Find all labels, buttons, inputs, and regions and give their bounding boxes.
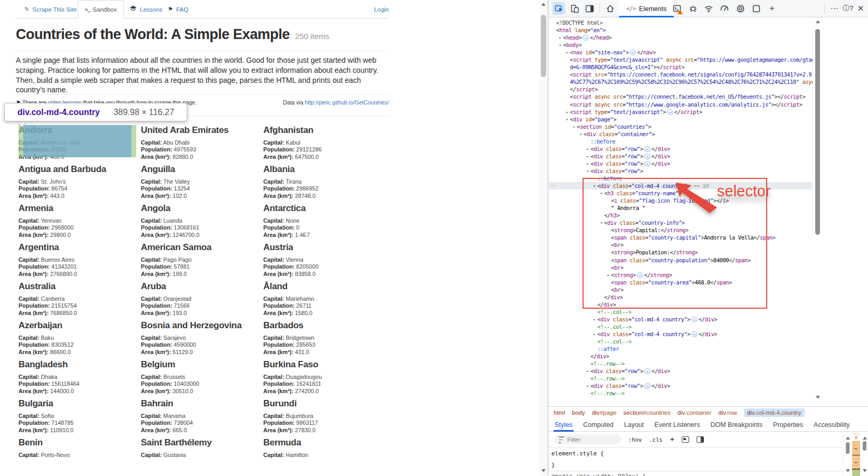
inspect-icon[interactable] [552,2,565,15]
dom-tree-line[interactable]: <strong>Population:</strong> [549,249,813,256]
styles-scrollbar[interactable] [844,434,851,475]
inline-expand-icon[interactable]: … [691,331,698,337]
scroll-down-arrow[interactable] [541,469,546,472]
dom-tree-line[interactable]: <i class="flag-icon flag-icon-ad"></i> [549,197,813,204]
inline-expand-icon[interactable]: … [644,154,651,159]
hov-toggle[interactable]: :hov [628,436,642,443]
expand-arrow-icon[interactable]: ▸ [564,49,570,56]
breadcrumb-item[interactable]: div#page [592,410,617,416]
application-icon[interactable] [750,2,762,15]
inline-expand-icon[interactable]: … [583,35,589,41]
inline-expand-icon[interactable]: … [630,50,636,55]
tab-elements[interactable]: </> Elements [619,0,674,17]
dom-tree-line[interactable]: ::after [549,345,813,353]
expand-arrow-icon[interactable]: ▸ [585,160,590,168]
inline-expand-icon[interactable]: … [644,161,651,167]
dom-tree-line[interactable]: " Andorra " [549,204,813,212]
dom-tree-line[interactable]: d=G-09N5RQCFG4&cx=c&_slc=1"></script> [549,63,813,71]
dom-tree-line[interactable]: ▸<strong>…</strong> [549,271,813,279]
data-source-link[interactable]: http://peric.github.io/GetCountries/ [305,99,389,106]
window-scrollbar[interactable] [861,434,868,475]
dom-tree-line[interactable]: <strong>Capital:</strong> [549,226,813,234]
home-icon[interactable] [604,2,616,15]
dom-tree-line[interactable]: <!--.col--> [549,338,813,345]
page-scrollbar[interactable] [539,0,548,476]
nav-item-sandbox[interactable]: >_ Sandbox [78,0,124,18]
dom-tree-line[interactable]: ::before [549,175,813,182]
device-emulation-icon[interactable] [568,2,581,15]
dom-tree-line[interactable]: <span class="country-area">468.0</span> [549,279,813,286]
inline-expand-icon[interactable]: … [637,272,643,278]
layout-panel-icon[interactable] [583,2,596,15]
expand-arrow-icon[interactable]: ▸ [585,383,590,390]
expand-arrow-icon[interactable]: ▸ [585,153,590,160]
breadcrumb-item[interactable]: body [572,410,585,416]
collapse-arrow-icon[interactable]: ▾ [571,123,577,131]
breadcrumb-item[interactable]: div.col-md-4.country [744,408,805,417]
dom-tree-line[interactable]: ▸<div class="col-md-4 country">…</div> [549,316,813,323]
scroll-up-arrow[interactable] [816,20,820,23]
dom-tree-line[interactable]: ▸<div class="col-md-4 country">…</div> [549,330,813,338]
dom-tree-line[interactable]: <br> [549,286,813,293]
filter-input[interactable]: Filter [555,434,621,444]
dom-tree-line[interactable]: <!--.row--> [549,375,813,382]
dom-tree-line[interactable]: ▸<div class="row">…</div> [549,153,813,160]
breadcrumb-item[interactable]: div.container [678,410,711,416]
add-tab-icon[interactable]: + [766,2,778,15]
dom-tree-line[interactable]: <script async src="https://www.google-an… [549,101,813,108]
tab-accessibility[interactable]: Accessibility [814,418,850,432]
dom-tree-line[interactable]: <span class="country-capital">Andorra la… [549,234,813,241]
dom-tree-line[interactable]: </script> [549,85,813,93]
dom-tree-line[interactable]: <script type="text/javascript" async src… [549,56,813,63]
page-scrollbar-thumb[interactable] [541,15,546,77]
dom-tree-line[interactable]: <!--.row--> [549,389,813,397]
dom-tree-line[interactable]: ▸<div class="row">…</div> [549,160,813,167]
element-style-rule[interactable]: element.style { [551,450,604,457]
breadcrumb-item[interactable]: html [554,410,565,416]
dom-tree-line[interactable]: ▸<div class="row">…</div> [549,382,813,389]
nav-item-brand[interactable]: ✎ Scrape This Site [24,0,77,18]
expand-arrow-icon[interactable]: ▸ [564,109,570,116]
more-options-icon[interactable]: ⋯ [828,2,841,15]
tab-styles[interactable]: Styles [555,418,573,432]
dom-tree-line[interactable]: ▸<script type="text/javascript">…</scrip… [549,108,813,116]
dom-tree-line[interactable]: ▸<div class="row">…</div> [549,367,813,375]
dom-tree-line[interactable]: <!--.col--> [549,308,813,316]
dom-tree-line[interactable]: ▾<div class="country-info"> [549,219,813,226]
expand-arrow-icon[interactable]: ▸ [585,146,590,153]
dom-tree-line[interactable]: ▾<section id="countries"> [549,123,813,130]
scroll-up-arrow[interactable] [541,3,546,6]
collapse-arrow-icon[interactable]: ▾ [598,190,604,197]
expand-arrow-icon[interactable]: ▸ [605,272,611,279]
dom-tree-scrollbar-thumb[interactable] [815,29,820,235]
dom-tree-line[interactable]: ▸<nav id="site-nav">…</nav> [549,49,813,56]
dom-tree-line[interactable]: <br> [549,264,813,271]
dom-tree-line[interactable]: ▾<div id="page"> [549,116,813,123]
expand-arrow-icon[interactable]: ▸ [557,34,563,42]
nav-item-lessons[interactable]: Lessons [130,0,163,18]
dom-tree-line[interactable]: ▸<div class="row">…</div> [549,145,813,153]
login-link[interactable]: Login [374,0,389,18]
dom-tree[interactable]: <!DOCTYPE html><html lang="en">▸<head>…<… [549,17,813,406]
issues-icon[interactable] [686,2,699,15]
dom-tree-line[interactable]: </h3> [549,212,813,219]
dom-tree-line[interactable]: <br> [549,241,813,249]
dom-tree-line[interactable]: 4%2C77%2C67%2C109%2C59%2C58%2C31%2C96%2C… [549,78,813,85]
dom-tree-line[interactable]: <script async src="https://connect.faceb… [549,93,813,100]
help-icon[interactable]: ⓘ? [842,2,854,15]
collapse-arrow-icon[interactable]: ▾ [598,220,604,227]
tab-computed[interactable]: Computed [583,418,614,432]
expand-arrow-icon[interactable]: ▸ [592,316,597,323]
dom-tree-line[interactable]: ▾<div class="row"> [549,167,813,175]
dom-tree-line[interactable]: <!DOCTYPE html> [549,19,813,26]
rendering-emulation-icon[interactable] [682,436,689,443]
cls-toggle[interactable]: .cls [649,436,662,443]
close-icon[interactable]: ✕ [854,2,867,15]
breadcrumb-item[interactable]: section#countries [623,410,671,416]
dom-tree-line[interactable]: ▾<h3 class="country-name"> [549,189,813,197]
nav-item-faq[interactable]: ⚑ FAQ [168,0,188,18]
collapse-arrow-icon[interactable]: ▾ [585,168,590,175]
scroll-down-arrow[interactable] [816,396,820,399]
expand-arrow-icon[interactable]: ▸ [592,331,597,338]
dom-tree-line[interactable]: ▾<body> [549,41,813,49]
